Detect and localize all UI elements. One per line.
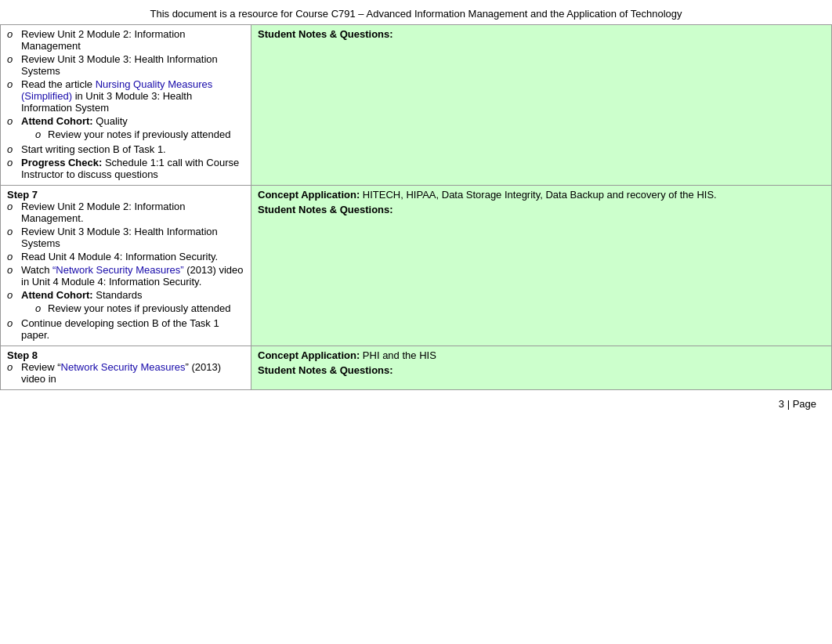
main-content-table: oReview Unit 2 Module 2: Information Man… — [0, 24, 832, 390]
page-number: 3 | Page — [779, 398, 816, 410]
steps-cell: oReview Unit 2 Module 2: Information Man… — [1, 25, 251, 186]
steps-cell: Step 7oReview Unit 2 Module 2: Informati… — [1, 186, 251, 346]
header-text: This document is a resource for Course C… — [0, 0, 832, 24]
step-header: Step 8 — [7, 349, 244, 361]
table-row: oReview Unit 2 Module 2: Information Man… — [1, 25, 832, 186]
document-link[interactable]: Nursing Quality Measures (Simplified) — [21, 78, 212, 102]
student-notes-label: Student Notes & Questions: — [258, 204, 825, 215]
step-header: Step 7 — [7, 189, 244, 201]
student-notes-label: Student Notes & Questions: — [258, 364, 825, 376]
notes-cell: Student Notes & Questions: — [251, 25, 832, 186]
table-row: Step 7oReview Unit 2 Module 2: Informati… — [1, 186, 832, 346]
concept-application: Concept Application: PHI and the HIS — [258, 349, 825, 361]
steps-cell: Step 8oReview “Network Security Measures… — [1, 346, 251, 390]
student-notes-label: Student Notes & Questions: — [258, 28, 825, 40]
notes-cell: Concept Application: PHI and the HISStud… — [251, 346, 832, 390]
notes-cell: Concept Application: HITECH, HIPAA, Data… — [251, 186, 832, 346]
page-header: This document is a resource for Course C… — [0, 0, 832, 24]
concept-application: Concept Application: HITECH, HIPAA, Data… — [258, 189, 825, 201]
document-link[interactable]: “Network Security Measures” — [52, 264, 184, 276]
page-footer: 3 | Page — [0, 390, 832, 418]
table-row: Step 8oReview “Network Security Measures… — [1, 346, 832, 390]
document-link[interactable]: Network Security Measures — [61, 361, 186, 373]
